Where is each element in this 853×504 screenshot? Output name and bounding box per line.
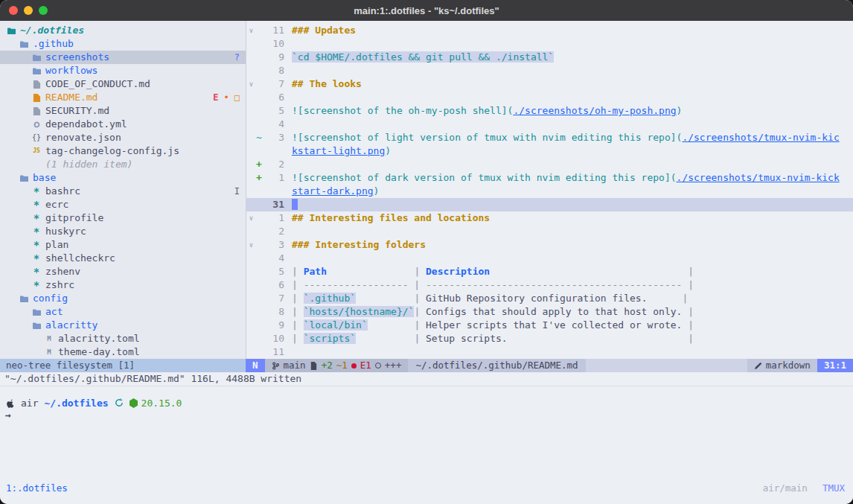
tree-item[interactable]: Mtheme-day.toml: [0, 345, 246, 359]
lsp-status-icon: [375, 363, 381, 369]
tree-item[interactable]: {}renovate.json: [0, 131, 246, 144]
tree-item[interactable]: *shellcheckrc: [0, 252, 246, 265]
braces-icon: {}: [31, 131, 42, 144]
editor-line[interactable]: 9`cd $HOME/.dotfiles && git pull && ./in…: [246, 51, 853, 64]
text-segment: Description: [426, 266, 490, 277]
tree-item[interactable]: *huskyrc: [0, 225, 246, 238]
text-segment: [490, 266, 688, 277]
tree-item-label: SECURITY.md: [45, 104, 109, 118]
tree-item[interactable]: (1 hidden item): [0, 158, 246, 171]
text-segment: ### Updates: [292, 25, 356, 36]
tree-item[interactable]: act: [0, 305, 246, 319]
editor-pane[interactable]: ∨11### Updates109`cd $HOME/.dotfiles && …: [246, 21, 853, 359]
tree-item[interactable]: README.mdE•□: [0, 91, 246, 104]
tmux-session-tab[interactable]: 1:.dotfiles: [6, 482, 68, 494]
editor-line[interactable]: +1![screenshot of dark version of tmux w…: [246, 171, 853, 185]
line-text: `cd $HOME/.dotfiles && git pull && ./ins…: [292, 51, 554, 64]
shell-pane[interactable]: air ~/.dotfiles 20.15.0 → 1:.dotfiles ai…: [0, 386, 853, 504]
text-segment: ## Interesting files and locations: [292, 212, 490, 223]
editor-line[interactable]: 7| `.github` | GitHub Repository configu…: [246, 292, 853, 305]
tree-item[interactable]: alacritty: [0, 319, 246, 332]
editor-line[interactable]: ∨1## Interesting files and locations: [246, 211, 853, 225]
tree-item-label: ecrc: [45, 198, 68, 211]
editor-line[interactable]: 4: [246, 252, 853, 265]
editor-line[interactable]: 31: [246, 198, 853, 211]
status-badge: •: [224, 91, 229, 104]
close-button[interactable]: [9, 6, 18, 15]
editor-line[interactable]: kstart-light.png): [246, 144, 853, 158]
tree-item[interactable]: base: [0, 171, 246, 185]
titlebar[interactable]: main:1:.dotfiles - "ks~/.dotfiles": [0, 0, 853, 21]
tree-item[interactable]: *gitprofile: [0, 211, 246, 225]
minimize-button[interactable]: [24, 6, 33, 15]
tree-item[interactable]: *zshenv: [0, 265, 246, 278]
editor-line[interactable]: ∨7## The looks: [246, 77, 853, 91]
tree-item[interactable]: screenshots?: [0, 51, 246, 64]
editor-line[interactable]: 11: [246, 345, 853, 359]
markdown-link[interactable]: kstart-light.png: [292, 145, 385, 156]
folder-icon: [31, 54, 42, 62]
editor-line[interactable]: 6| ------------------ | ----------------…: [246, 278, 853, 292]
tree-item[interactable]: config: [0, 292, 246, 305]
fold-open-icon[interactable]: ∨: [246, 238, 256, 252]
tree-item[interactable]: Malacritty.toml: [0, 332, 246, 345]
editor-line[interactable]: ∨11### Updates: [246, 24, 853, 37]
tree-item[interactable]: dependabot.yml: [0, 118, 246, 131]
fold-open-icon[interactable]: ∨: [246, 77, 256, 91]
star-icon: *: [31, 238, 42, 252]
star-icon: *: [31, 252, 42, 265]
line-text: | `local/bin` | Helper scripts that I've…: [292, 319, 694, 332]
tree-item[interactable]: SECURITY.md: [0, 104, 246, 118]
sign-column: [256, 319, 265, 332]
line-text: ### Updates: [292, 24, 356, 37]
tree-item-label: (1 hidden item): [45, 158, 132, 171]
editor-line[interactable]: 8: [246, 64, 853, 77]
editor-line[interactable]: 5![screenshot of the oh-my-posh shell](.…: [246, 104, 853, 118]
tree-item-label: huskyrc: [45, 225, 86, 238]
tree-item[interactable]: workflows: [0, 64, 246, 77]
diff-added-count: +2: [322, 359, 333, 372]
fold-column: [246, 225, 256, 238]
markdown-link[interactable]: ./screenshots/tmux-nvim-kic: [682, 132, 839, 143]
statusline-git-section: main +2 ~1 E1 +++: [265, 359, 409, 372]
tree-item[interactable]: *ecrc: [0, 198, 246, 211]
fold-open-icon[interactable]: ∨: [246, 24, 256, 37]
editor-line[interactable]: start-dark.png): [246, 185, 853, 198]
editor-line[interactable]: +2: [246, 158, 853, 171]
tree-item-label: theme-day.toml: [58, 345, 140, 359]
tree-item[interactable]: *plan: [0, 238, 246, 252]
fold-column: [246, 265, 256, 278]
star-icon: *: [31, 225, 42, 238]
tree-item[interactable]: ~/.dotfiles: [0, 24, 246, 37]
editor-line[interactable]: 10| `scripts` | Setup scripts. |: [246, 332, 853, 345]
editor-line[interactable]: 10: [246, 37, 853, 51]
tree-item[interactable]: JStag-changelog-config.js: [0, 144, 246, 158]
markdown-link[interactable]: ./screenshots/oh-my-posh.png: [513, 105, 676, 116]
tree-item[interactable]: *zshrc: [0, 278, 246, 292]
editor-line[interactable]: 6: [246, 91, 853, 104]
text-segment: |: [292, 266, 304, 277]
fullscreen-button[interactable]: [39, 6, 48, 15]
text-segment: | ------------------ | -----------------…: [292, 279, 694, 290]
prompt-arrow[interactable]: →: [0, 409, 853, 423]
editor-line[interactable]: 2: [246, 225, 853, 238]
terminal-window: main:1:.dotfiles - "ks~/.dotfiles" ~/.do…: [0, 0, 853, 504]
line-number: 1: [265, 211, 284, 225]
tree-item[interactable]: *bashrcI: [0, 185, 246, 198]
editor-line[interactable]: 9| `local/bin` | Helper scripts that I'v…: [246, 319, 853, 332]
editor-line[interactable]: 8| `hosts/{hostname}/`| Configs that sho…: [246, 305, 853, 319]
fold-column: [246, 345, 256, 359]
tree-item[interactable]: .github: [0, 37, 246, 51]
editor-line[interactable]: 5| Path | Description |: [246, 265, 853, 278]
editor-line[interactable]: ~3![screenshot of light version of tmux …: [246, 131, 853, 144]
tree-item[interactable]: CODE_OF_CONDUCT.md: [0, 77, 246, 91]
fold-open-icon[interactable]: ∨: [246, 211, 256, 225]
markdown-link[interactable]: ./screenshots/tmux-nvim-kick: [677, 172, 840, 183]
line-number: 4: [265, 118, 284, 131]
markdown-link[interactable]: start-dark.png: [292, 185, 374, 197]
editor-line[interactable]: 4: [246, 118, 853, 131]
sign-column: [256, 24, 265, 37]
editor-line[interactable]: ∨3### Interesting folders: [246, 238, 853, 252]
neo-tree-panel[interactable]: ~/.dotfiles.githubscreenshots?workflowsC…: [0, 21, 246, 359]
fold-column: [246, 252, 256, 265]
